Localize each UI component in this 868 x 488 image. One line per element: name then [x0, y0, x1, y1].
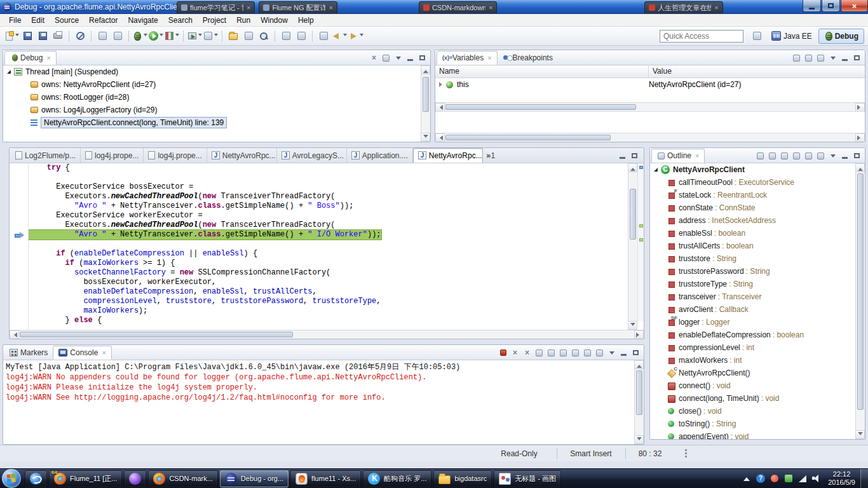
outline-item[interactable]: enableDeflateCompression: boolean [650, 329, 855, 341]
editor-tab[interactable]: NettyAvroRpc... [207, 148, 277, 163]
debug-tree-row[interactable]: owns: Log4jLoggerFactory (id=29) [3, 104, 421, 116]
outline-item[interactable]: SFlogger: Logger [650, 316, 855, 329]
code-line[interactable]: bossExecutor, workerExecutor, [29, 278, 628, 287]
minimize-editor-button[interactable] [617, 151, 628, 161]
outline-item[interactable]: append(Event): void [650, 430, 855, 440]
editor-hscrollbar[interactable] [10, 330, 644, 339]
outline-item[interactable]: NettyAvroRpcClient [650, 163, 855, 176]
console-scrollbar[interactable] [634, 360, 644, 444]
debug-tree-row[interactable]: NettyAvroRpcClient.connect(long, TimeUni… [3, 116, 421, 129]
toolbar-button-back[interactable] [332, 29, 347, 43]
outline-item[interactable]: connect(): void [650, 379, 855, 392]
menu-search[interactable]: Search [163, 15, 198, 26]
help-tray-icon[interactable]: ? [756, 473, 766, 484]
browser-tab[interactable]: Flume NG 配置详解 - CS...× [259, 1, 337, 13]
hidden-icons-button[interactable] [742, 473, 752, 484]
word-wrap-button[interactable] [558, 348, 569, 358]
editor-vscrollbar[interactable] [628, 163, 637, 330]
tab-markers[interactable]: Markers [4, 346, 53, 360]
outline-item[interactable]: trustAllCerts: boolean [650, 240, 855, 252]
collapse-all-button[interactable] [815, 53, 826, 63]
outline-item[interactable]: truststorePassword: String [650, 265, 855, 278]
view-menu-button[interactable] [827, 151, 838, 161]
disconnect-button[interactable] [381, 53, 391, 63]
outline-item[interactable]: FstateLock: ReentrantLock [650, 189, 855, 201]
close-view-icon[interactable]: × [102, 349, 105, 356]
open-perspective-button[interactable] [750, 29, 764, 43]
tab-breakpoints[interactable]: Breakpoints [498, 51, 558, 65]
overview-ruler[interactable] [637, 163, 644, 321]
start-button[interactable] [0, 469, 23, 488]
debug-tree-row[interactable]: owns: RootLogger (id=28) [3, 91, 421, 104]
toolbar-button-gen[interactable] [279, 29, 293, 43]
taskbar-item-eclipse[interactable]: Debug - org... [220, 470, 288, 487]
toolbar-button-print[interactable] [51, 29, 65, 43]
menu-window[interactable]: Window [255, 15, 293, 26]
editor-tab[interactable]: log4j.prope... [81, 148, 144, 163]
editor-tab[interactable]: AvroLegacyS... [277, 148, 347, 163]
debug-tree-row[interactable]: Thread [main] (Suspended) [3, 65, 421, 78]
pin-console-button[interactable] [570, 348, 581, 358]
toolbar-button-gen[interactable] [95, 29, 109, 43]
expander-open-icon[interactable] [7, 70, 11, 74]
maximize-button[interactable] [851, 53, 862, 63]
show-desktop-button[interactable] [860, 469, 868, 488]
maximize-button[interactable] [851, 151, 862, 161]
code-line[interactable]: try { [29, 163, 628, 173]
editor-tab[interactable]: log4j.prope... [144, 148, 207, 163]
minimize-button[interactable] [618, 348, 629, 358]
view-menu-button[interactable] [393, 53, 403, 63]
display-selected-button[interactable] [582, 348, 593, 358]
expander-closed-icon[interactable] [439, 82, 442, 87]
editor-gutter[interactable] [10, 163, 29, 330]
toolbar-button-newprj[interactable] [226, 29, 240, 43]
code-line[interactable]: } else { [29, 316, 628, 325]
remove-launch-button[interactable]: × [510, 348, 520, 358]
maximize-button[interactable] [822, 0, 840, 12]
variables-detail-pane[interactable] [435, 111, 865, 133]
code-line[interactable]: "Avro " + NettyTransceiver.class.getSimp… [29, 230, 628, 240]
close-view-icon[interactable]: × [46, 54, 50, 62]
debug-tree-row[interactable]: owns: NettyAvroRpcClient (id=27) [3, 78, 421, 91]
code-line[interactable]: enableDeflateCompression, enableSsl, tru… [29, 287, 628, 297]
browser-tab[interactable]: 人生哲理文章在线阅读× [644, 1, 722, 13]
outline-item[interactable]: toString(): String [650, 417, 855, 430]
open-console-button[interactable] [594, 348, 605, 358]
perspective-debug[interactable]: Debug [818, 29, 864, 44]
tab-debug[interactable]: Debug × [4, 51, 57, 65]
hide-non-public-button[interactable] [803, 151, 814, 161]
tab-variables[interactable]: Variables× [437, 51, 498, 65]
menu-run[interactable]: Run [231, 15, 255, 26]
expander-open-icon[interactable] [654, 168, 658, 172]
outline-item[interactable]: connState: ConnState [650, 201, 855, 214]
menu-refactor[interactable]: Refactor [84, 15, 123, 26]
toolbar-button-fwd[interactable] [348, 29, 363, 43]
tab-outline[interactable]: Outline × [651, 149, 705, 163]
show-type-names-button[interactable] [791, 53, 802, 63]
column-name[interactable]: Name [435, 65, 649, 78]
security-tray-icon[interactable] [770, 473, 780, 484]
terminate-button[interactable] [498, 348, 508, 358]
taskbar-item-purple[interactable] [124, 470, 146, 487]
code-line[interactable]: Executors.newCachedThreadPool(new Transc… [29, 192, 628, 201]
toolbar-button-skip[interactable] [73, 29, 87, 43]
menu-project[interactable]: Project [198, 15, 231, 26]
toolbar-button-search[interactable] [257, 29, 271, 43]
tab-close-icon[interactable]: × [329, 4, 332, 11]
app-tray-icon[interactable] [783, 473, 794, 484]
show-logical-structure-button[interactable] [803, 53, 814, 63]
column-value[interactable]: Value [649, 65, 865, 78]
debug-scrollbar[interactable] [421, 65, 430, 142]
outline-item[interactable]: maxIoWorkers: int [650, 354, 855, 367]
focus-button[interactable] [755, 151, 766, 161]
hide-static-button[interactable] [791, 151, 802, 161]
minimize-button[interactable] [803, 0, 821, 12]
code-editor[interactable]: try { ExecutorService bossExecutor = Exe… [10, 163, 644, 330]
remove-all-terminated-button[interactable]: × [369, 53, 379, 63]
variable-row[interactable]: thisNettyAvroRpcClient (id=27) [435, 78, 865, 91]
code-line[interactable]: if (maxIoWorkers >= 1) { [29, 259, 628, 268]
perspective-java-ee[interactable]: Java EE [766, 29, 817, 44]
minimize-button[interactable] [839, 53, 850, 63]
browser-tab[interactable]: CSDN-markdown编辑器× [419, 1, 497, 13]
hide-local-types-button[interactable] [815, 151, 826, 161]
